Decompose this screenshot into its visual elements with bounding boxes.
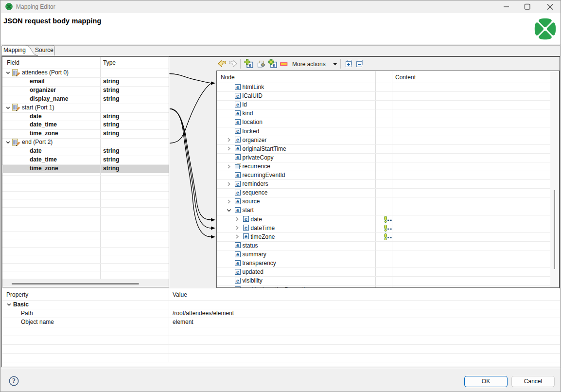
svg-text:?: ? [12, 377, 16, 385]
svg-text:More actions: More actions [292, 61, 326, 68]
